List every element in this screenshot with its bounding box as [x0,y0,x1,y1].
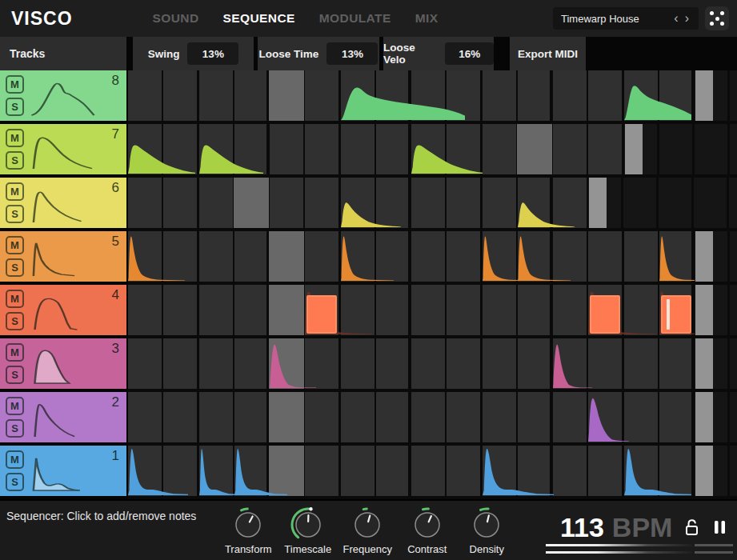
export-midi-button[interactable]: Export MIDI [510,37,586,70]
note-envelope[interactable] [588,393,629,442]
note-envelope[interactable] [234,446,287,495]
note-envelope[interactable] [483,446,554,495]
pattern-end-handle[interactable] [695,446,713,496]
note-envelope[interactable] [518,178,575,227]
knob-dial[interactable] [229,504,267,542]
resize-dots-icon[interactable] [705,6,729,30]
tab-mix[interactable]: MIX [415,11,439,26]
track-row-2[interactable]: MS2 [0,392,128,446]
loose-velo-value[interactable]: 16% [445,42,494,65]
beyond-pattern-area [588,178,737,228]
solo-button-track-5[interactable]: S [6,258,24,277]
track-row-4[interactable]: MS4 [0,285,128,338]
pattern-end-handle[interactable] [695,338,713,389]
tab-sound[interactable]: SOUND [153,11,199,26]
grid-row-track-5[interactable] [128,231,737,285]
note-envelope[interactable] [518,232,571,281]
knob-label: Timescale [284,543,331,555]
notes-layer [128,70,695,121]
mute-button-track-3[interactable]: M [6,343,24,362]
note-envelope[interactable] [341,178,401,227]
knob-label: Transform [225,543,272,555]
knob-dial[interactable] [348,504,387,542]
note-envelope[interactable] [128,125,195,174]
note-block-selected[interactable] [590,295,620,334]
note-envelope[interactable] [341,232,394,281]
grid-row-track-3[interactable] [128,338,737,392]
mute-button-track-7[interactable]: M [6,129,24,147]
knob-dial[interactable] [408,504,447,542]
grid-row-track-7[interactable] [128,124,737,178]
knob-dial[interactable] [289,504,327,542]
app-logo: VISCO [11,8,73,30]
note-envelope[interactable] [659,232,695,281]
pattern-end-handle[interactable] [695,285,713,335]
notes-layer [128,338,695,389]
note-envelope[interactable] [270,339,316,388]
step-grid[interactable] [128,70,737,499]
note-envelope[interactable] [553,339,592,388]
envelope-waveform-icon [29,239,96,278]
pattern-end-handle[interactable] [695,70,713,121]
grid-row-track-2[interactable] [128,392,737,446]
track-row-1[interactable]: MS1 [0,446,128,499]
mute-button-track-4[interactable]: M [6,290,24,308]
pattern-end-handle[interactable] [695,231,713,282]
mute-button-track-8[interactable]: M [6,75,24,94]
note-envelope[interactable] [411,125,483,174]
track-row-5[interactable]: MS5 [0,231,128,285]
note-envelope[interactable] [624,71,691,120]
envelope-waveform-icon [29,186,96,224]
grid-row-track-6[interactable] [128,178,737,231]
solo-button-track-2[interactable]: S [6,419,24,438]
solo-button-track-4[interactable]: S [6,312,24,330]
tab-sequence[interactable]: SEQUENCE [223,11,295,26]
tab-modulate[interactable]: MODULATE [319,11,391,26]
loose-velo-label: Loose Velo [383,42,437,66]
preset-selector[interactable]: Timewarp House ‹ › [553,7,699,30]
grid-row-track-4[interactable] [128,285,737,338]
note-block-selected[interactable] [661,295,691,334]
note-block-selected[interactable] [306,295,337,334]
note-envelope[interactable] [341,71,465,120]
preset-next-icon[interactable]: › [682,12,692,25]
note-envelope[interactable] [128,446,188,495]
note-envelope[interactable] [128,232,185,281]
track-row-6[interactable]: MS6 [0,178,128,231]
bpm-value[interactable]: 113 [560,514,604,541]
solo-button-track-1[interactable]: S [6,473,24,491]
solo-button-track-8[interactable]: S [6,98,24,116]
pattern-end-handle[interactable] [589,178,607,228]
tempo-unlock-icon[interactable] [684,518,700,536]
note-envelope[interactable] [199,446,238,495]
envelope-waveform-icon [29,132,96,170]
mute-button-track-1[interactable]: M [6,450,24,469]
loose-time-value[interactable]: 13% [326,42,378,65]
knob-transform[interactable]: Transform [218,504,278,555]
swing-value[interactable]: 13% [187,42,238,65]
knob-dial[interactable] [467,504,506,542]
knob-frequency[interactable]: Frequency [338,504,398,555]
track-row-7[interactable]: MS7 [0,124,128,178]
grid-row-track-1[interactable] [128,446,737,499]
knob-timescale[interactable]: Timescale [278,504,338,555]
pause-icon[interactable] [714,520,727,534]
solo-button-track-3[interactable]: S [6,366,24,384]
knob-label: Contrast [407,543,447,555]
knob-density[interactable]: Density [457,504,517,555]
note-envelope[interactable] [199,125,263,174]
preset-name[interactable]: Timewarp House [561,13,671,25]
preset-prev-icon[interactable]: ‹ [671,12,681,25]
mute-button-track-5[interactable]: M [6,236,24,254]
solo-button-track-6[interactable]: S [6,205,24,223]
pattern-end-handle[interactable] [625,124,643,174]
mute-button-track-6[interactable]: M [6,182,24,201]
mute-button-track-2[interactable]: M [6,397,24,415]
note-envelope[interactable] [624,446,691,495]
track-row-3[interactable]: MS3 [0,338,128,392]
pattern-end-handle[interactable] [695,392,713,442]
track-row-8[interactable]: MS8 [0,70,128,124]
solo-button-track-7[interactable]: S [6,151,24,170]
grid-row-track-8[interactable] [128,70,737,124]
knob-contrast[interactable]: Contrast [398,504,458,555]
